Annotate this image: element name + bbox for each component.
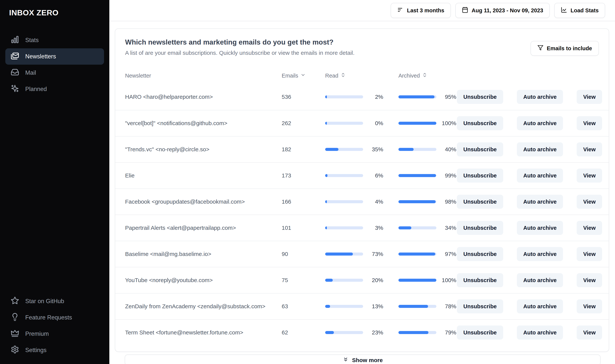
archived-percent: 98% — [438, 198, 456, 205]
read-progress-fill — [325, 305, 330, 308]
column-header-emails[interactable]: Emails — [282, 72, 306, 79]
archived-progress-fill — [398, 148, 414, 151]
view-button[interactable]: View — [577, 221, 602, 235]
topbar: Last 3 months Aug 11, 2023 - Nov 09, 202… — [109, 0, 615, 21]
auto-archive-button[interactable]: Auto archive — [517, 90, 563, 104]
view-button[interactable]: View — [577, 90, 602, 104]
view-button[interactable]: View — [577, 116, 602, 130]
unsubscribe-button[interactable]: Unsubscribe — [457, 116, 503, 130]
emails-count: 62 — [282, 329, 325, 336]
unsubscribe-button[interactable]: Unsubscribe — [457, 221, 503, 235]
read-progress-fill — [325, 122, 327, 125]
archived-cell: 100% — [398, 277, 456, 284]
sidebar-item-newsletters[interactable]: Newsletters — [5, 48, 104, 65]
read-percent: 2% — [365, 94, 383, 100]
read-progress-bar — [325, 174, 363, 177]
auto-archive-button[interactable]: Auto archive — [517, 116, 563, 130]
auto-archive-button[interactable]: Auto archive — [517, 299, 563, 313]
unsubscribe-button[interactable]: Unsubscribe — [457, 299, 503, 313]
read-progress-bar — [325, 305, 363, 308]
read-progress-bar — [325, 148, 363, 151]
unsubscribe-button[interactable]: Unsubscribe — [457, 90, 503, 104]
auto-archive-button[interactable]: Auto archive — [517, 195, 563, 209]
sidebar-item-label: Mail — [25, 69, 36, 76]
date-range-button[interactable]: Aug 11, 2023 - Nov 09, 2023 — [455, 3, 550, 18]
sidebar-item-feature-requests[interactable]: Feature Requests — [5, 309, 104, 326]
unsubscribe-button[interactable]: Unsubscribe — [457, 169, 503, 182]
auto-archive-button[interactable]: Auto archive — [517, 273, 563, 287]
read-percent: 73% — [365, 251, 383, 257]
view-button[interactable]: View — [577, 299, 602, 313]
emails-count: 173 — [282, 172, 325, 179]
archived-cell: 100% — [398, 120, 456, 127]
funnel-icon — [537, 45, 544, 52]
auto-archive-button[interactable]: Auto archive — [517, 221, 563, 235]
read-progress-bar — [325, 122, 363, 125]
date-range-label: Aug 11, 2023 - Nov 09, 2023 — [472, 7, 543, 14]
table-row: Baselime <mail@mg.baselime.io> 90 73% 97… — [115, 241, 609, 267]
table-row: HARO <haro@helpareporter.com> 536 2% 95%… — [115, 84, 609, 110]
unsubscribe-button[interactable]: Unsubscribe — [457, 273, 503, 287]
emails-count: 262 — [282, 120, 325, 127]
unsubscribe-button[interactable]: Unsubscribe — [457, 142, 503, 156]
archived-percent: 100% — [438, 277, 456, 284]
sparkles-icon — [11, 84, 19, 94]
load-stats-label: Load Stats — [571, 7, 599, 14]
column-header-archived[interactable]: Archived — [398, 72, 427, 79]
auto-archive-button[interactable]: Auto archive — [517, 169, 563, 182]
load-stats-button[interactable]: Load Stats — [554, 3, 605, 18]
period-select-button[interactable]: Last 3 months — [391, 3, 451, 18]
archived-progress-bar — [398, 122, 436, 125]
archived-cell: 95% — [398, 94, 456, 100]
view-button[interactable]: View — [577, 195, 602, 209]
emails-count: 536 — [282, 94, 325, 100]
show-more-button[interactable]: Show more — [125, 354, 601, 364]
sidebar-item-star-on-github[interactable]: Star on GitHub — [5, 293, 104, 309]
view-button[interactable]: View — [577, 325, 602, 339]
app-logo: INBOX ZERO — [9, 8, 104, 17]
sidebar-item-stats[interactable]: Stats — [5, 32, 104, 48]
column-header-read[interactable]: Read — [325, 72, 346, 79]
view-button[interactable]: View — [577, 142, 602, 156]
sidebar-item-label: Newsletters — [25, 53, 56, 60]
unsubscribe-button[interactable]: Unsubscribe — [457, 195, 503, 209]
emails-count: 63 — [282, 303, 325, 310]
archived-percent: 99% — [438, 172, 456, 179]
read-progress-bar — [325, 253, 363, 256]
archived-progress-bar — [398, 95, 436, 98]
table-row: ZenDaily from ZenAcademy <zendaily@subst… — [115, 293, 609, 319]
view-button[interactable]: View — [577, 273, 602, 287]
archived-progress-fill — [398, 279, 436, 282]
view-button[interactable]: View — [577, 247, 602, 261]
chevrons-up-down-icon — [422, 72, 427, 79]
view-button[interactable]: View — [577, 169, 602, 182]
sidebar-footer-nav: Star on GitHub Feature Requests Premium … — [5, 293, 104, 358]
archived-progress-bar — [398, 226, 436, 229]
emails-to-include-button[interactable]: Emails to include — [531, 41, 599, 56]
sidebar-item-planned[interactable]: Planned — [5, 81, 104, 97]
auto-archive-button[interactable]: Auto archive — [517, 247, 563, 261]
main-area: Last 3 months Aug 11, 2023 - Nov 09, 202… — [109, 0, 615, 364]
sidebar-item-settings[interactable]: Settings — [5, 342, 104, 358]
sidebar-item-premium[interactable]: Premium — [5, 326, 104, 342]
unsubscribe-button[interactable]: Unsubscribe — [457, 247, 503, 261]
auto-archive-button[interactable]: Auto archive — [517, 325, 563, 339]
sidebar-item-mail[interactable]: Mail — [5, 65, 104, 81]
archived-cell: 79% — [398, 329, 456, 336]
sidebar-item-label: Premium — [25, 330, 49, 337]
newsletter-name: Term Sheet <fortune@newsletter.fortune.c… — [125, 329, 282, 336]
newsletter-name: Facebook <groupupdates@facebookmail.com> — [125, 198, 282, 205]
inbox-icon — [11, 68, 19, 78]
sidebar-item-label: Feature Requests — [25, 314, 72, 321]
archived-progress-fill — [398, 95, 435, 98]
chevrons-up-down-icon — [341, 72, 346, 79]
emails-to-include-label: Emails to include — [547, 45, 592, 52]
show-more-label: Show more — [352, 357, 383, 364]
unsubscribe-button[interactable]: Unsubscribe — [457, 325, 503, 339]
auto-archive-button[interactable]: Auto archive — [517, 142, 563, 156]
read-progress-bar — [325, 331, 363, 334]
newsletter-name: Baselime <mail@mg.baselime.io> — [125, 251, 282, 257]
bar-chart-icon — [11, 35, 19, 45]
archived-progress-bar — [398, 200, 436, 203]
newsletter-name: Elie — [125, 172, 282, 179]
